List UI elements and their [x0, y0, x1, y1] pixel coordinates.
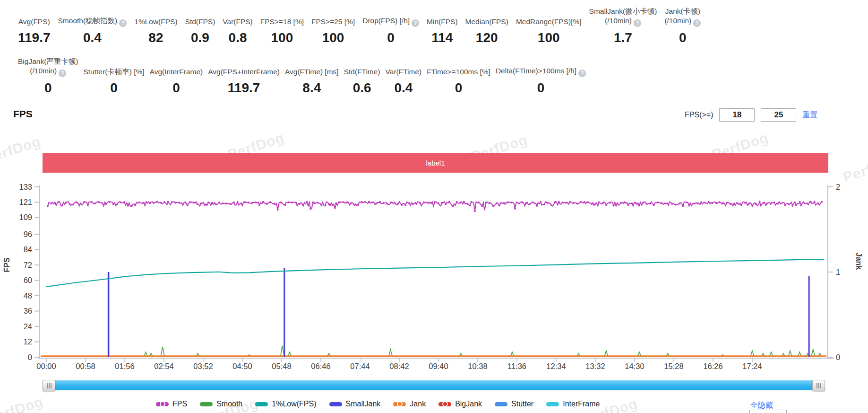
stat-label: Delta(FTime)>100ms [/h]?: [496, 66, 586, 77]
svg-text:17:24: 17:24: [742, 362, 762, 370]
scrollbar-left-handle[interactable]: [43, 380, 55, 391]
fps-threshold-input-high[interactable]: [761, 108, 796, 122]
partial-input-cutoff: [749, 410, 787, 413]
stat-label: MedRange(FPS)[%]: [516, 17, 582, 26]
stat-label: FPS>=25 [%]: [311, 17, 355, 26]
chart-scrollbar: [43, 380, 825, 391]
stat-std-ftime-: Std(FTime)0.6: [344, 67, 380, 94]
legend-label: Smooth: [216, 400, 242, 408]
legend-item-1%low-fps-[interactable]: 1%Low(FPS): [255, 400, 316, 408]
stats-row-primary: Avg(FPS)119.7Smooth(稳帧指数)?0.41%Low(FPS)8…: [18, 7, 701, 44]
stat-avg-interframe-: Avg(InterFrame)0: [150, 67, 203, 94]
scrollbar-right-handle[interactable]: [812, 380, 825, 391]
stat-value: 0.8: [229, 31, 247, 44]
svg-text:0: 0: [28, 353, 32, 361]
svg-text:60: 60: [24, 276, 32, 284]
stat-median-fps-: Median(FPS)120: [465, 17, 508, 44]
legend-item-smooth[interactable]: Smooth: [200, 400, 242, 408]
help-icon[interactable]: ?: [634, 19, 641, 27]
stat-value: 0: [387, 31, 395, 44]
hide-all-link[interactable]: 全隐藏: [750, 401, 773, 411]
stat-label: Drop(FPS) [/h]?: [362, 16, 419, 26]
stat-label: Avg(FPS): [18, 17, 50, 26]
stat-value: 8.4: [302, 81, 321, 95]
svg-text:07:44: 07:44: [350, 362, 370, 370]
stat-value: 0: [455, 81, 463, 95]
stat-value: 100: [271, 31, 293, 44]
stat-label: Median(FPS): [465, 17, 508, 26]
legend-item-fps[interactable]: FPS: [156, 400, 187, 408]
stat-value: 0.6: [353, 81, 371, 95]
page-title: FPS: [13, 108, 33, 120]
svg-text:FPS: FPS: [3, 257, 11, 272]
scrollbar-track[interactable]: [54, 380, 813, 390]
legend-label: Stutter: [511, 400, 533, 408]
svg-text:72: 72: [24, 261, 32, 269]
help-icon[interactable]: ?: [59, 70, 66, 77]
stat-value: 114: [431, 31, 453, 44]
legend-label: 1%Low(FPS): [272, 400, 316, 408]
stat-avg-fps-interframe-: Avg(FPS+InterFrame)119.7: [208, 67, 280, 94]
svg-text:24: 24: [24, 322, 32, 331]
help-icon[interactable]: ?: [693, 19, 701, 27]
stat-smalljank-10min-: SmallJank(微小卡顿)(/10min)?1.7: [589, 7, 657, 44]
stat-var-fps-: Var(FPS)0.8: [223, 17, 252, 44]
stat-value: 0: [537, 81, 545, 95]
svg-text:09:40: 09:40: [429, 362, 448, 370]
legend-item-bigjank[interactable]: BigJank: [438, 400, 482, 408]
svg-text:1: 1: [836, 268, 840, 276]
fps-threshold-filter: FPS(>=) 重置: [685, 108, 817, 122]
legend-label: Jank: [410, 400, 426, 408]
stat-avg-fps-: Avg(FPS)119.7: [18, 17, 51, 44]
help-icon[interactable]: ?: [412, 19, 419, 27]
svg-text:11:36: 11:36: [507, 362, 526, 370]
stat-value: 0: [110, 81, 118, 95]
legend-label: SmallJank: [346, 400, 381, 408]
svg-text:10:38: 10:38: [468, 362, 487, 370]
stat-smooth-: Smooth(稳帧指数)?0.4: [58, 16, 127, 44]
perfdog-watermark: PerfDog: [0, 394, 45, 413]
stat-min-fps-: Min(FPS)114: [427, 17, 457, 44]
stat-stutter-%-: Stutter(卡顿率) [%]0: [83, 67, 144, 94]
legend-item-smalljank[interactable]: SmallJank: [329, 400, 381, 408]
legend-marker-icon: [329, 402, 342, 406]
stat-value: 0: [44, 81, 52, 95]
stat-label: Var(FPS): [223, 17, 252, 26]
svg-text:00:58: 00:58: [76, 362, 95, 370]
stat-label: Std(FTime): [344, 67, 380, 77]
fps-threshold-label: FPS(>=): [685, 111, 713, 119]
stat-label: Avg(FTime) [ms]: [285, 67, 339, 77]
legend-item-jank[interactable]: Jank: [393, 400, 426, 408]
stat-delta-ftime-100ms-h-: Delta(FTime)>100ms [/h]?0: [496, 66, 586, 94]
legend-item-interframe[interactable]: InterFrame: [546, 400, 600, 408]
stat-var-ftime-: Var(FTime)0.4: [386, 67, 422, 94]
stat-jank-10min-: Jank(卡顿)(/10min)?0: [664, 7, 701, 44]
legend-item-stutter[interactable]: Stutter: [495, 400, 533, 408]
stat-label: Jank(卡顿)(/10min)?: [664, 7, 701, 27]
svg-text:05:48: 05:48: [272, 362, 291, 370]
legend-marker-icon: [495, 402, 507, 406]
reset-link[interactable]: 重置: [802, 110, 817, 120]
svg-text:06:46: 06:46: [311, 362, 330, 370]
stat-value: 1.7: [614, 31, 632, 44]
svg-text:121: 121: [19, 198, 32, 206]
help-icon[interactable]: ?: [119, 19, 127, 27]
fps-jank-chart[interactable]: 0122436486072849610912113301200:0000:580…: [0, 180, 868, 381]
stat-avg-ftime-ms-: Avg(FTime) [ms]8.4: [285, 67, 339, 94]
svg-text:16:26: 16:26: [703, 362, 722, 370]
legend-label: BigJank: [455, 400, 482, 408]
legend-label: InterFrame: [563, 400, 600, 408]
stat-label: Avg(FPS+InterFrame): [208, 67, 280, 77]
stat-label: Std(FPS): [185, 17, 215, 26]
legend-marker-icon: [200, 402, 213, 406]
help-icon[interactable]: ?: [578, 70, 586, 77]
stat-value: 0.4: [394, 81, 413, 95]
stat-value: 100: [322, 31, 344, 44]
svg-text:13:32: 13:32: [585, 362, 605, 370]
svg-text:Jank: Jank: [855, 253, 863, 270]
chart-label-text: label1: [426, 159, 445, 167]
perfdog-watermark: PerfDog: [0, 133, 43, 167]
fps-threshold-input-low[interactable]: [719, 108, 755, 122]
stat-label: BigJank(严重卡顿)(/10min)?: [18, 57, 78, 77]
svg-text:12:34: 12:34: [546, 362, 566, 370]
